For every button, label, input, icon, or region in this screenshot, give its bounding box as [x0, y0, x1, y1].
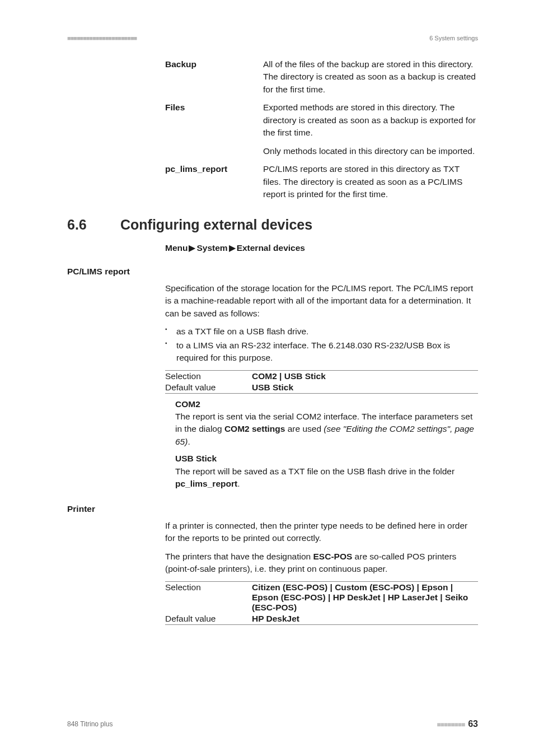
footer-right: ■■■■■■■■ 63 — [437, 719, 478, 729]
param-value: Citizen (ESC-POS) | Custom (ESC-POS) | E… — [252, 582, 468, 612]
section-heading: 6.6 Configuring external devices — [67, 217, 478, 233]
param-label: Default value — [165, 614, 252, 624]
param-value: COM2 | USB Stick — [252, 371, 326, 381]
def-term: Backup — [165, 58, 263, 96]
page-number: 63 — [468, 719, 478, 729]
param-label: Default value — [165, 382, 252, 393]
def-term: pc_lims_report — [165, 163, 263, 200]
def-pclims: pc_lims_report PC/LIMS reports are store… — [165, 163, 478, 200]
option-title: USB Stick — [175, 452, 478, 465]
def-desc: Exported methods are stored in this dire… — [263, 101, 478, 157]
section-title: Configuring external devices — [120, 217, 312, 233]
bullet-item: to a LIMS via an RS-232 interface. The 6… — [165, 339, 478, 365]
option-body: The report is sent via the serial COM2 i… — [175, 410, 478, 448]
bullet-item: as a TXT file on a USB flash drive. — [165, 325, 478, 338]
pclims-body: Specification of the storage location fo… — [165, 282, 478, 365]
printer-intro1: If a printer is connected, then the prin… — [165, 520, 478, 545]
header-dots: ■■■■■■■■■■■■■■■■■■■■■■ — [67, 35, 137, 41]
def-extra: Only methods located in this directory c… — [263, 145, 478, 157]
pclims-intro: Specification of the storage location fo… — [165, 282, 478, 320]
param-value: HP DeskJet — [252, 614, 299, 623]
def-backup: Backup All of the files of the backup ar… — [165, 58, 478, 96]
option-body: The report will be saved as a TXT file o… — [175, 465, 478, 491]
param-value: USB Stick — [252, 382, 293, 392]
table-row: Selection COM2 | USB Stick — [165, 371, 478, 382]
param-label: Selection — [165, 582, 252, 613]
pclims-param-table: Selection COM2 | USB Stick Default value… — [165, 370, 478, 394]
def-desc: PC/LIMS reports are stored in this direc… — [263, 163, 478, 200]
definitions-list: Backup All of the files of the backup ar… — [165, 58, 478, 201]
table-row: Default value HP DeskJet — [165, 613, 478, 624]
section-number: 6.6 — [67, 217, 120, 233]
menu-path: Menu▶System▶External devices — [165, 243, 478, 253]
printer-param-table: Selection Citizen (ESC-POS) | Custom (ES… — [165, 581, 478, 625]
def-files: Files Exported methods are stored in thi… — [165, 101, 478, 157]
page-header: ■■■■■■■■■■■■■■■■■■■■■■ 6 System settings — [67, 35, 478, 41]
header-section-label: 6 System settings — [429, 35, 478, 41]
table-row: Selection Citizen (ESC-POS) | Custom (ES… — [165, 582, 478, 613]
page-footer: 848 Titrino plus ■■■■■■■■ 63 — [67, 719, 478, 729]
param-heading-printer: Printer — [67, 504, 478, 514]
param-label: Selection — [165, 371, 252, 381]
option-com2: COM2 The report is sent via the serial C… — [175, 398, 478, 491]
table-row: Default value USB Stick — [165, 382, 478, 393]
def-desc: All of the files of the backup are store… — [263, 58, 478, 96]
def-term: Files — [165, 101, 263, 157]
option-title: COM2 — [175, 398, 478, 410]
footer-left: 848 Titrino plus — [67, 720, 113, 728]
printer-intro2: The printers that have the designation E… — [165, 550, 478, 576]
printer-body: If a printer is connected, then the prin… — [165, 520, 478, 576]
footer-dots: ■■■■■■■■ — [437, 721, 465, 729]
param-heading-pclims: PC/LIMS report — [67, 267, 478, 277]
pclims-bullets: as a TXT file on a USB flash drive. to a… — [165, 325, 478, 364]
